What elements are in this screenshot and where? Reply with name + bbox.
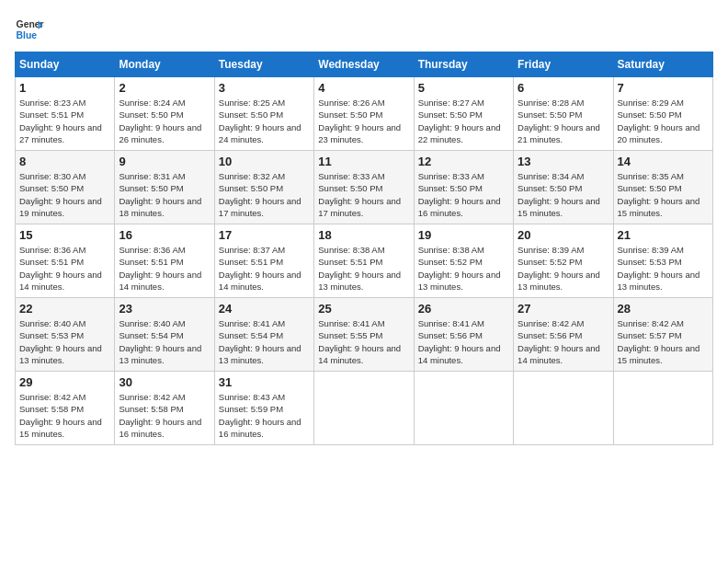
day-info-7: Sunrise: 8:29 AM Sunset: 5:50 PM Dayligh… <box>618 97 709 145</box>
day-cell-7: 7Sunrise: 8:29 AM Sunset: 5:50 PM Daylig… <box>613 77 712 151</box>
day-cell-28: 28Sunrise: 8:42 AM Sunset: 5:57 PM Dayli… <box>613 298 712 372</box>
empty-cell <box>514 372 613 445</box>
day-number-16: 16 <box>119 228 210 242</box>
header-cell-sunday: Sunday <box>16 52 115 77</box>
day-number-18: 18 <box>318 228 409 242</box>
header-cell-friday: Friday <box>514 52 613 77</box>
day-cell-20: 20Sunrise: 8:39 AM Sunset: 5:52 PM Dayli… <box>514 224 613 298</box>
week-row-3: 15Sunrise: 8:36 AM Sunset: 5:51 PM Dayli… <box>16 224 713 298</box>
day-cell-26: 26Sunrise: 8:41 AM Sunset: 5:56 PM Dayli… <box>414 298 513 372</box>
day-cell-15: 15Sunrise: 8:36 AM Sunset: 5:51 PM Dayli… <box>16 224 115 298</box>
day-cell-14: 14Sunrise: 8:35 AM Sunset: 5:50 PM Dayli… <box>613 151 712 224</box>
day-number-11: 11 <box>318 155 409 168</box>
day-cell-22: 22Sunrise: 8:40 AM Sunset: 5:53 PM Dayli… <box>16 298 115 372</box>
day-info-25: Sunrise: 8:41 AM Sunset: 5:55 PM Dayligh… <box>318 317 409 366</box>
day-cell-19: 19Sunrise: 8:38 AM Sunset: 5:52 PM Dayli… <box>414 224 513 298</box>
week-row-1: 1Sunrise: 8:23 AM Sunset: 5:51 PM Daylig… <box>16 77 713 151</box>
day-info-3: Sunrise: 8:25 AM Sunset: 5:50 PM Dayligh… <box>219 97 310 145</box>
week-row-2: 8Sunrise: 8:30 AM Sunset: 5:50 PM Daylig… <box>16 151 713 224</box>
header-cell-monday: Monday <box>115 52 214 77</box>
header-cell-saturday: Saturday <box>613 52 712 77</box>
day-cell-4: 4Sunrise: 8:26 AM Sunset: 5:50 PM Daylig… <box>314 77 414 151</box>
day-info-28: Sunrise: 8:42 AM Sunset: 5:57 PM Dayligh… <box>618 317 709 366</box>
day-cell-16: 16Sunrise: 8:36 AM Sunset: 5:51 PM Dayli… <box>115 224 214 298</box>
day-cell-8: 8Sunrise: 8:30 AM Sunset: 5:50 PM Daylig… <box>16 151 115 224</box>
day-number-30: 30 <box>119 375 210 389</box>
day-cell-13: 13Sunrise: 8:34 AM Sunset: 5:50 PM Dayli… <box>514 151 613 224</box>
day-cell-6: 6Sunrise: 8:28 AM Sunset: 5:50 PM Daylig… <box>514 77 613 151</box>
day-number-26: 26 <box>418 302 509 316</box>
day-info-27: Sunrise: 8:42 AM Sunset: 5:56 PM Dayligh… <box>518 317 609 366</box>
calendar-header: SundayMondayTuesdayWednesdayThursdayFrid… <box>16 52 713 77</box>
day-number-29: 29 <box>19 375 110 389</box>
day-info-30: Sunrise: 8:42 AM Sunset: 5:58 PM Dayligh… <box>119 391 210 440</box>
day-number-23: 23 <box>119 302 210 316</box>
logo: General Blue <box>15 15 48 44</box>
day-number-24: 24 <box>219 302 310 316</box>
day-cell-23: 23Sunrise: 8:40 AM Sunset: 5:54 PM Dayli… <box>115 298 214 372</box>
day-info-18: Sunrise: 8:38 AM Sunset: 5:51 PM Dayligh… <box>318 244 409 293</box>
day-info-21: Sunrise: 8:39 AM Sunset: 5:53 PM Dayligh… <box>618 244 709 293</box>
svg-text:Blue: Blue <box>17 30 38 40</box>
day-info-8: Sunrise: 8:30 AM Sunset: 5:50 PM Dayligh… <box>19 170 110 219</box>
day-number-9: 9 <box>119 155 210 168</box>
day-cell-25: 25Sunrise: 8:41 AM Sunset: 5:55 PM Dayli… <box>314 298 414 372</box>
week-row-4: 22Sunrise: 8:40 AM Sunset: 5:53 PM Dayli… <box>16 298 713 372</box>
day-info-23: Sunrise: 8:40 AM Sunset: 5:54 PM Dayligh… <box>119 317 210 366</box>
day-info-16: Sunrise: 8:36 AM Sunset: 5:51 PM Dayligh… <box>119 244 210 293</box>
logo-icon: General Blue <box>15 15 44 44</box>
day-info-26: Sunrise: 8:41 AM Sunset: 5:56 PM Dayligh… <box>418 317 509 366</box>
day-number-10: 10 <box>219 155 310 168</box>
day-number-21: 21 <box>618 228 709 242</box>
day-cell-2: 2Sunrise: 8:24 AM Sunset: 5:50 PM Daylig… <box>115 77 214 151</box>
day-info-20: Sunrise: 8:39 AM Sunset: 5:52 PM Dayligh… <box>518 244 609 293</box>
day-number-20: 20 <box>518 228 609 242</box>
day-cell-17: 17Sunrise: 8:37 AM Sunset: 5:51 PM Dayli… <box>214 224 313 298</box>
calendar-table: SundayMondayTuesdayWednesdayThursdayFrid… <box>15 52 713 445</box>
day-cell-11: 11Sunrise: 8:33 AM Sunset: 5:50 PM Dayli… <box>314 151 414 224</box>
day-number-5: 5 <box>418 81 509 95</box>
empty-cell <box>613 372 712 445</box>
day-number-19: 19 <box>418 228 509 242</box>
day-info-13: Sunrise: 8:34 AM Sunset: 5:50 PM Dayligh… <box>518 170 609 219</box>
header: General Blue <box>15 15 713 44</box>
header-cell-tuesday: Tuesday <box>214 52 313 77</box>
day-info-10: Sunrise: 8:32 AM Sunset: 5:50 PM Dayligh… <box>219 170 310 219</box>
day-info-1: Sunrise: 8:23 AM Sunset: 5:51 PM Dayligh… <box>19 97 110 145</box>
day-number-15: 15 <box>19 228 110 242</box>
day-info-12: Sunrise: 8:33 AM Sunset: 5:50 PM Dayligh… <box>418 170 509 219</box>
day-number-17: 17 <box>219 228 310 242</box>
header-row: SundayMondayTuesdayWednesdayThursdayFrid… <box>16 52 713 77</box>
day-info-5: Sunrise: 8:27 AM Sunset: 5:50 PM Dayligh… <box>418 97 509 145</box>
header-cell-thursday: Thursday <box>414 52 513 77</box>
day-info-9: Sunrise: 8:31 AM Sunset: 5:50 PM Dayligh… <box>119 170 210 219</box>
week-row-5: 29Sunrise: 8:42 AM Sunset: 5:58 PM Dayli… <box>16 372 713 445</box>
day-cell-21: 21Sunrise: 8:39 AM Sunset: 5:53 PM Dayli… <box>613 224 712 298</box>
day-number-3: 3 <box>219 81 310 95</box>
day-cell-3: 3Sunrise: 8:25 AM Sunset: 5:50 PM Daylig… <box>214 77 313 151</box>
day-info-17: Sunrise: 8:37 AM Sunset: 5:51 PM Dayligh… <box>219 244 310 293</box>
day-number-14: 14 <box>618 155 709 168</box>
day-number-2: 2 <box>119 81 210 95</box>
day-info-6: Sunrise: 8:28 AM Sunset: 5:50 PM Dayligh… <box>518 97 609 145</box>
day-cell-10: 10Sunrise: 8:32 AM Sunset: 5:50 PM Dayli… <box>214 151 313 224</box>
day-info-14: Sunrise: 8:35 AM Sunset: 5:50 PM Dayligh… <box>618 170 709 219</box>
header-cell-wednesday: Wednesday <box>314 52 414 77</box>
day-info-11: Sunrise: 8:33 AM Sunset: 5:50 PM Dayligh… <box>318 170 409 219</box>
day-cell-1: 1Sunrise: 8:23 AM Sunset: 5:51 PM Daylig… <box>16 77 115 151</box>
day-cell-24: 24Sunrise: 8:41 AM Sunset: 5:54 PM Dayli… <box>214 298 313 372</box>
day-cell-27: 27Sunrise: 8:42 AM Sunset: 5:56 PM Dayli… <box>514 298 613 372</box>
empty-cell <box>414 372 513 445</box>
day-number-12: 12 <box>418 155 509 168</box>
day-number-7: 7 <box>618 81 709 95</box>
day-number-22: 22 <box>19 302 110 316</box>
day-info-15: Sunrise: 8:36 AM Sunset: 5:51 PM Dayligh… <box>19 244 110 293</box>
day-cell-31: 31Sunrise: 8:43 AM Sunset: 5:59 PM Dayli… <box>214 372 313 445</box>
day-cell-30: 30Sunrise: 8:42 AM Sunset: 5:58 PM Dayli… <box>115 372 214 445</box>
day-number-31: 31 <box>219 375 310 389</box>
day-number-1: 1 <box>19 81 110 95</box>
day-info-4: Sunrise: 8:26 AM Sunset: 5:50 PM Dayligh… <box>318 97 409 145</box>
day-cell-29: 29Sunrise: 8:42 AM Sunset: 5:58 PM Dayli… <box>16 372 115 445</box>
day-number-13: 13 <box>518 155 609 168</box>
day-number-27: 27 <box>518 302 609 316</box>
